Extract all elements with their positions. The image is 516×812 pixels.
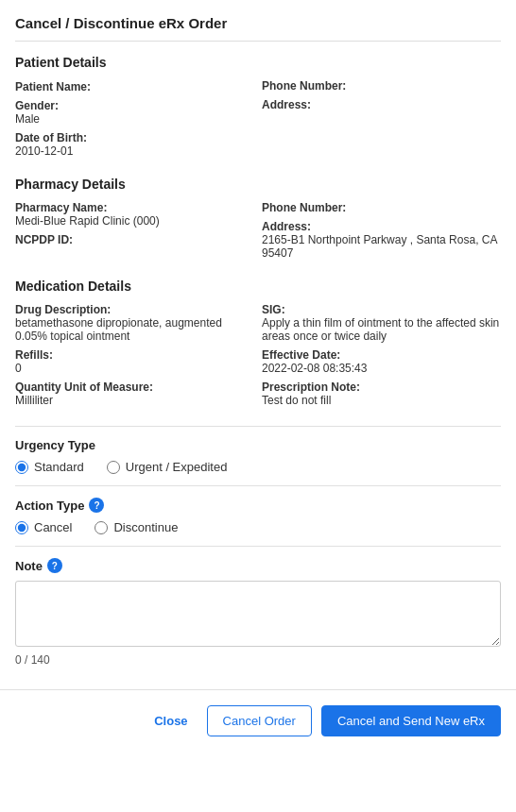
action-discontinue-label: Discontinue <box>113 520 178 534</box>
quantity-uom-value: Milliliter <box>15 394 254 407</box>
urgency-type-radio-group: Standard Urgent / Expedited <box>15 460 501 474</box>
pharmacy-phone-label: Phone Number: <box>262 201 501 214</box>
patient-details-title: Patient Details <box>15 55 501 70</box>
action-type-help-icon[interactable]: ? <box>89 498 104 513</box>
urgency-expedited-option[interactable]: Urgent / Expedited <box>107 460 228 474</box>
close-button[interactable]: Close <box>145 706 197 736</box>
pharmacy-details-section: Pharmacy Details Pharmacy Name: Medi-Blu… <box>15 177 501 265</box>
gender-label: Gender: <box>15 99 254 112</box>
dob-label: Date of Birth: <box>15 131 254 144</box>
urgency-standard-radio[interactable] <box>15 461 28 474</box>
medication-details-section: Medication Details Drug Description: bet… <box>15 279 501 413</box>
action-type-label: Action Type ? <box>15 498 501 513</box>
pharmacy-details-title: Pharmacy Details <box>15 177 501 192</box>
urgency-standard-option[interactable]: Standard <box>15 460 84 474</box>
note-label: Note ? <box>15 558 501 573</box>
patient-name-label: Patient Name: <box>15 80 91 93</box>
refills-label: Refills: <box>15 348 254 362</box>
drug-desc-value: betamethasone dipropionate, augmented 0.… <box>15 316 254 343</box>
cancel-order-button[interactable]: Cancel Order <box>207 705 312 736</box>
footer: Close Cancel Order Cancel and Send New e… <box>0 689 516 752</box>
urgency-expedited-label: Urgent / Expedited <box>126 460 228 474</box>
urgency-type-label: Urgency Type <box>15 438 501 452</box>
gender-value: Male <box>15 112 254 126</box>
patient-address-label: Address: <box>262 98 501 111</box>
patient-details-section: Patient Details Patient Name: Gender: Ma… <box>15 55 501 163</box>
urgency-type-section: Urgency Type Standard Urgent / Expedited <box>15 426 501 485</box>
dob-value: 2010-12-01 <box>15 144 254 158</box>
prescription-note-value: Test do not fill <box>262 394 501 407</box>
note-section: Note ? 0 / 140 <box>15 546 501 674</box>
action-cancel-option[interactable]: Cancel <box>15 520 72 534</box>
pharmacy-name-label: Pharmacy Name: <box>15 201 254 214</box>
patient-phone-label: Phone Number: <box>262 79 501 93</box>
quantity-uom-label: Quantity Unit of Measure: <box>15 381 254 394</box>
cancel-and-send-button[interactable]: Cancel and Send New eRx <box>321 705 501 736</box>
action-type-section: Action Type ? Cancel Discontinue <box>15 485 501 546</box>
action-cancel-label: Cancel <box>34 520 72 534</box>
medication-details-title: Medication Details <box>15 279 501 294</box>
action-cancel-radio[interactable] <box>15 521 28 534</box>
sig-value: Apply a thin film of ointment to the aff… <box>262 316 501 343</box>
action-discontinue-radio[interactable] <box>95 521 108 534</box>
refills-value: 0 <box>15 362 254 375</box>
effective-date-label: Effective Date: <box>262 348 501 362</box>
ncpdp-label: NCPDP ID: <box>15 233 254 246</box>
pharmacy-address-value: 2165-B1 Northpoint Parkway , Santa Rosa,… <box>262 233 501 260</box>
effective-date-value: 2022-02-08 08:35:43 <box>262 362 501 375</box>
note-textarea[interactable] <box>15 581 501 647</box>
pharmacy-address-label: Address: <box>262 220 501 233</box>
urgency-expedited-radio[interactable] <box>107 461 120 474</box>
prescription-note-label: Prescription Note: <box>262 381 501 394</box>
sig-label: SIG: <box>262 303 501 316</box>
drug-desc-label: Drug Description: <box>15 303 254 316</box>
action-discontinue-option[interactable]: Discontinue <box>95 520 178 534</box>
urgency-standard-label: Standard <box>34 460 84 474</box>
note-char-count: 0 / 140 <box>15 653 501 667</box>
page-title: Cancel / Discontinue eRx Order <box>15 15 501 42</box>
note-help-icon[interactable]: ? <box>47 558 62 573</box>
pharmacy-name-value: Medi-Blue Rapid Clinic (000) <box>15 214 254 228</box>
action-type-radio-group: Cancel Discontinue <box>15 520 501 534</box>
